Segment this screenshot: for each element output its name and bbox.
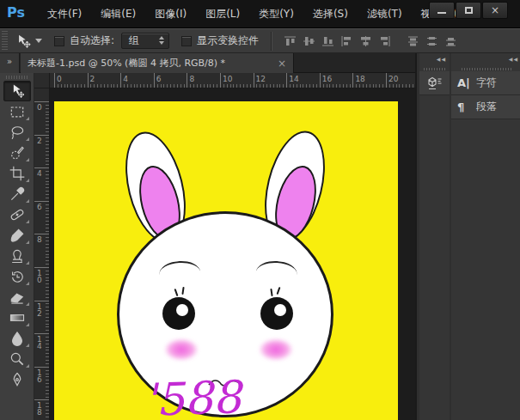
distribute-vertical-centers-icon[interactable] [425, 34, 439, 48]
dock-collapse-button[interactable]: ◀◀ [451, 53, 520, 66]
clone-stamp-tool-button[interactable] [3, 246, 31, 266]
move-tool-button[interactable] [3, 81, 31, 101]
crop-tool-button[interactable] [3, 163, 31, 184]
history-brush-icon [9, 268, 26, 285]
menu-item[interactable]: 图层(L) [196, 3, 249, 25]
current-tool-indicator[interactable] [15, 33, 42, 49]
eraser-tool-button[interactable] [3, 287, 31, 307]
clone-stamp-icon [9, 247, 26, 265]
rabbit-left-blush [164, 338, 199, 361]
distribute-bottom-edges-icon[interactable] [444, 34, 458, 48]
menu-item[interactable]: 编辑(E) [91, 3, 145, 25]
panel-button-label: 段落 [476, 100, 497, 114]
panel-dock-area: ◀◀ ◀◀ A| 字符 ¶ [415, 53, 520, 420]
close-button[interactable]: × [482, 2, 508, 19]
ruler-horizontal[interactable]: 02468101214161820 [50, 73, 415, 88]
pen-tool-button[interactable] [3, 369, 31, 390]
brush-tool-button[interactable] [3, 225, 31, 246]
pen-icon [9, 371, 26, 388]
distribute-top-edges-icon[interactable] [406, 34, 420, 48]
align-horizontal-centers-icon[interactable] [358, 34, 373, 48]
blur-icon [9, 330, 26, 347]
window-controls: × [428, 2, 508, 19]
move-tool-icon [9, 82, 26, 100]
history-brush-tool-button[interactable] [3, 266, 31, 287]
show-transform-checkbox[interactable] [181, 36, 192, 46]
tool-flyout-arrow [26, 220, 29, 223]
options-bar: 自动选择: 组 显示变换控件 [0, 28, 520, 53]
eyedropper-icon [9, 186, 26, 203]
panel-button-icon: ¶ [457, 100, 476, 113]
move-tool-icon [15, 33, 32, 49]
panel-button-dock: ◀◀ A| 字符 ¶ 段落 [451, 53, 520, 420]
spot-healing-brush-tool-button[interactable] [3, 204, 31, 225]
auto-select-label: 自动选择: [70, 33, 114, 48]
lasso-tool-button[interactable] [3, 122, 31, 143]
menu-item[interactable]: 滤镜(T) [358, 3, 412, 25]
auto-select-dropdown[interactable]: 组 [121, 33, 169, 49]
lasso-icon [9, 124, 26, 141]
tab-close-icon[interactable]: × [278, 58, 286, 70]
tool-flyout-arrow [26, 261, 29, 265]
rectangular-marquee-icon [9, 103, 26, 120]
quick-selection-tool-button[interactable] [3, 143, 31, 163]
menu-item[interactable]: 图像(I) [145, 3, 196, 25]
rectangular-marquee-tool-button[interactable] [3, 101, 31, 122]
options-divider [271, 32, 272, 51]
menu-item[interactable]: 类型(Y) [249, 3, 303, 25]
tool-flyout-arrow [26, 158, 29, 161]
ruler-minor-ticks [46, 101, 49, 420]
align-vertical-centers-icon[interactable] [302, 34, 316, 48]
ruler-vertical[interactable]: 024681012141618 [34, 88, 50, 420]
menu-item[interactable]: 选择(S) [303, 3, 358, 25]
dropdown-spinner-icon [159, 36, 164, 45]
brush-icon [9, 227, 26, 244]
crop-icon [9, 165, 26, 182]
tool-flyout-arrow [26, 137, 29, 141]
tool-flyout-arrow [26, 199, 29, 203]
menu-item[interactable]: 文件(F) [38, 3, 91, 25]
canvas[interactable]: '588 [54, 101, 398, 420]
auto-select-checkbox[interactable] [54, 36, 64, 46]
photoshop-window: Ps 文件(F)编辑(E)图像(I)图层(L)类型(Y)选择(S)滤镜(T)视图… [0, 0, 520, 420]
show-transform-label: 显示变换控件 [197, 33, 259, 48]
gradient-tool-button[interactable] [3, 307, 31, 328]
panel-button-label: 字符 [476, 76, 497, 90]
blur-tool-button[interactable] [3, 328, 31, 349]
tool-flyout-arrow [26, 117, 29, 120]
document-viewport: '588 [50, 88, 415, 420]
3d-panel-button[interactable] [419, 71, 450, 95]
tools-panel-gripper[interactable] [6, 76, 28, 79]
tool-flyout-arrow [26, 179, 29, 182]
rabbit-right-eye-highlight [274, 304, 286, 316]
dock-collapse-button[interactable]: ◀◀ [419, 53, 450, 66]
healing-brush-icon [9, 206, 26, 223]
auto-select-value: 组 [129, 33, 139, 48]
tool-flyout-arrow [26, 282, 29, 285]
align-left-edges-icon[interactable] [340, 34, 354, 48]
distribute-edges-group [406, 34, 458, 48]
rabbit-left-eye-highlight [176, 304, 188, 316]
maximize-button[interactable] [456, 2, 481, 19]
rabbit-right-blush [259, 338, 293, 361]
options-bar-gripper[interactable] [2, 31, 8, 51]
gradient-icon [9, 309, 26, 326]
align-bottom-edges-icon[interactable] [321, 34, 335, 48]
panel-button-icon: A| [457, 76, 476, 89]
minimize-icon [437, 12, 446, 14]
panel-button[interactable]: ¶ 段落 [451, 95, 520, 119]
panel-button[interactable]: A| 字符 [451, 71, 520, 95]
3d-panel-icon [426, 76, 444, 91]
document-tab-title: 未标题-1.psd @ 50% (椭圆 4 拷贝, RGB/8) * [28, 57, 272, 70]
align-right-edges-icon[interactable] [377, 34, 392, 48]
minimize-button[interactable] [429, 2, 455, 19]
photoshop-logo: Ps [7, 4, 25, 21]
dodge-icon [9, 350, 26, 368]
dodge-tool-button[interactable] [3, 349, 31, 369]
quick-selection-icon [9, 144, 26, 161]
document-tab-bar: » 未标题-1.psd @ 50% (椭圆 4 拷贝, RGB/8) * × [0, 53, 415, 73]
eyedropper-tool-button[interactable] [3, 184, 31, 204]
document-tab[interactable]: 未标题-1.psd @ 50% (椭圆 4 拷贝, RGB/8) * × [21, 53, 294, 73]
tools-panel-expand-button[interactable]: » [0, 53, 20, 73]
align-top-edges-icon[interactable] [283, 34, 297, 48]
